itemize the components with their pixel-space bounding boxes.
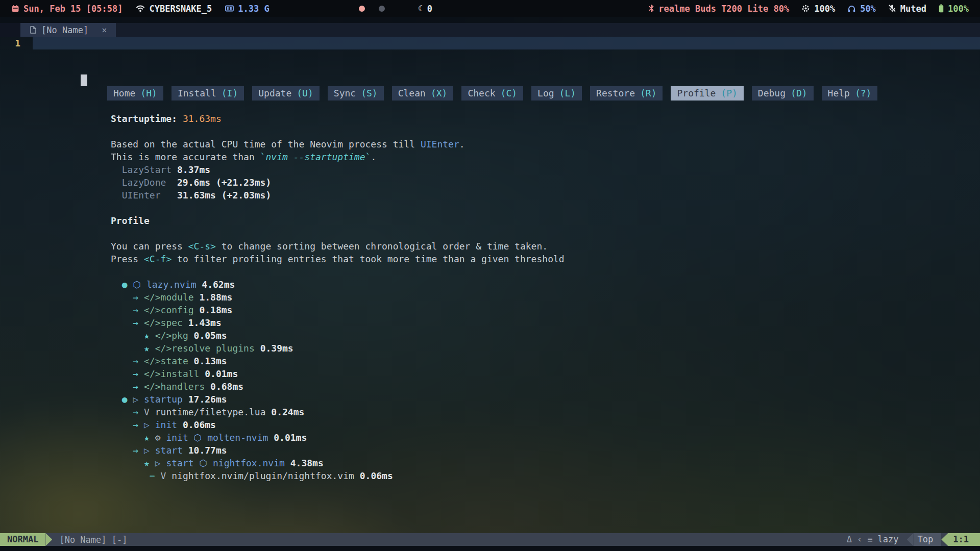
- cursor-line-highlight: [33, 37, 980, 49]
- statusline: NORMAL [No Name] [-] Δ ‹ ≡ lazy Top 1:1: [0, 533, 980, 546]
- lazy-menu-button-log[interactable]: Log(L): [531, 86, 582, 101]
- scroll-position: Top: [914, 533, 942, 546]
- arrow-icon: →: [133, 368, 138, 379]
- lazy-menu-button-restore[interactable]: Restore(R): [590, 86, 663, 101]
- play-icon: ▷: [155, 458, 166, 468]
- text-segment: `: [365, 152, 371, 162]
- code-icon: </>: [144, 317, 161, 328]
- startuptime-label: Startuptime:: [111, 113, 177, 124]
- lazy-menu-button-clean[interactable]: Clean(X): [392, 86, 454, 101]
- text-segment: [111, 317, 133, 328]
- lazy-menu-button-check[interactable]: Check(C): [461, 86, 523, 101]
- battery-module[interactable]: 100%: [939, 4, 969, 14]
- code-icon: </>: [144, 305, 161, 315]
- timing-value: 29.6ms: [177, 177, 210, 188]
- button-key-hint: (H): [140, 88, 157, 98]
- buffer-tab[interactable]: [No Name] ×: [20, 23, 116, 37]
- timing-row-uienter: UIEnter31.63ms (+2.03ms): [111, 189, 877, 202]
- network-usage-module[interactable]: 1.33 G: [225, 4, 269, 14]
- text-segment: 0.06ms: [183, 419, 216, 430]
- arrow-icon: →: [133, 407, 138, 417]
- workspace-indicators: ☾ 0: [359, 0, 432, 17]
- profile-tree-row[interactable]: ★ </>pkg 0.05ms: [111, 329, 877, 342]
- text-segment: [128, 394, 133, 405]
- profile-tree-row[interactable]: ★ </>resolve plugins 0.39ms: [111, 342, 877, 355]
- text-segment: [183, 394, 188, 405]
- workspace-dot-active[interactable]: [359, 6, 365, 12]
- diagnostics-icon: Δ: [847, 533, 852, 546]
- do-not-disturb-icon[interactable]: ☾: [418, 4, 423, 13]
- bluetooth-module[interactable]: realme Buds T200 Lite 80%: [648, 4, 789, 14]
- text-segment: [111, 381, 133, 392]
- mic-status-text: Muted: [900, 4, 926, 14]
- button-key-hint: (P): [721, 88, 738, 98]
- text-segment: [138, 292, 144, 303]
- text-segment: [111, 458, 144, 468]
- text-segment: .: [459, 139, 465, 149]
- profile-tree-row[interactable]: → </>state 0.13ms: [111, 355, 877, 367]
- text-segment: start: [166, 458, 199, 468]
- lazy-menu-button-home[interactable]: Home(H): [107, 86, 163, 101]
- spacer-row: [81, 99, 877, 112]
- lazy-nvim-window: Home(H)Install(I)Update(U)Sync(S)Clean(X…: [81, 74, 877, 482]
- arrow-icon: →: [133, 317, 138, 328]
- list-icon: ≡: [867, 533, 872, 546]
- text-segment: [138, 317, 144, 328]
- profile-tree-row[interactable]: → </>spec 1.43ms: [111, 316, 877, 329]
- profile-tree-row[interactable]: → </>handlers 0.68ms: [111, 380, 877, 393]
- text-segment: [199, 368, 205, 379]
- startup-timings: LazyStart8.37msLazyDone29.6ms (+21.23ms)…: [81, 163, 877, 202]
- mode-indicator: NORMAL: [0, 533, 45, 546]
- profile-tree-row[interactable]: − V nightfox.nvim/plugin/nightfox.vim 0.…: [111, 469, 877, 482]
- package-icon: ⬡: [194, 432, 208, 443]
- microphone-module[interactable]: Muted: [888, 4, 926, 14]
- timing-delta: (+2.03ms): [216, 190, 271, 201]
- mic-muted-icon: [888, 4, 896, 13]
- wifi-module[interactable]: CYBERSNAKE_5: [136, 4, 212, 14]
- button-key-hint: (?): [855, 88, 872, 98]
- lazy-menu-button-update[interactable]: Update(U): [252, 86, 320, 101]
- profile-tree-row[interactable]: → V runtime/filetype.lua 0.24ms: [111, 406, 877, 418]
- text-segment: [188, 356, 194, 366]
- profile-tree-row[interactable]: → ▷ start 10.77ms: [111, 444, 877, 457]
- brightness-module[interactable]: 100%: [801, 4, 835, 14]
- network-usage-text: 1.33 G: [238, 4, 269, 14]
- text-segment: This is more accurate than: [111, 152, 260, 162]
- text-segment: [177, 419, 183, 430]
- timing-value: 31.63ms: [177, 190, 216, 201]
- volume-module[interactable]: 50%: [847, 4, 876, 14]
- arrow-icon: →: [133, 445, 138, 456]
- lazy-menu-button-sync[interactable]: Sync(S): [328, 86, 384, 101]
- spacer-row: [81, 265, 877, 278]
- powerline-separator: [941, 533, 948, 546]
- text-segment: UIEnter: [421, 139, 459, 149]
- workspace-dot[interactable]: [379, 6, 385, 12]
- lazy-menu-button-help[interactable]: Help(?): [822, 86, 878, 101]
- profile-tree-row[interactable]: ● ⬡ lazy.nvim 4.62ms: [111, 278, 877, 291]
- text-segment: [354, 470, 360, 481]
- profile-tree-row[interactable]: → </>config 0.18ms: [111, 304, 877, 316]
- profile-tree-row[interactable]: ● ▷ startup 17.26ms: [111, 393, 877, 406]
- text-segment: [111, 305, 133, 315]
- profile-tree-row[interactable]: → </>install 0.01ms: [111, 367, 877, 380]
- button-key-hint: (S): [361, 88, 378, 98]
- timing-label: LazyDone: [122, 176, 177, 189]
- profile-tree-row[interactable]: → </>module 1.88ms: [111, 291, 877, 304]
- lazy-menu-button-debug[interactable]: Debug(D): [752, 86, 814, 101]
- text-segment: [194, 292, 200, 303]
- play-icon: ▷: [144, 419, 155, 430]
- text-segment: [155, 470, 161, 481]
- text-segment: init: [166, 432, 193, 443]
- play-icon: ▷: [133, 394, 144, 405]
- text-segment: [150, 432, 155, 443]
- buffer-tab-label: [No Name]: [41, 25, 88, 35]
- profile-tree-row[interactable]: ★ ▷ start ⬡ nightfox.nvim 4.38ms: [111, 457, 877, 469]
- button-key-hint: (C): [501, 88, 518, 98]
- close-icon[interactable]: ×: [102, 25, 107, 35]
- profile-tree-row[interactable]: ★ ⚙ init ⬡ molten-nvim 0.01ms: [111, 431, 877, 444]
- profile-tree-row[interactable]: → ▷ init 0.06ms: [111, 418, 877, 431]
- lazy-menu-button-profile[interactable]: Profile(P): [671, 86, 743, 101]
- star-icon: ★: [144, 432, 150, 443]
- text-segment: 0.39ms: [260, 343, 293, 354]
- lazy-menu-button-install[interactable]: Install(I): [172, 86, 244, 101]
